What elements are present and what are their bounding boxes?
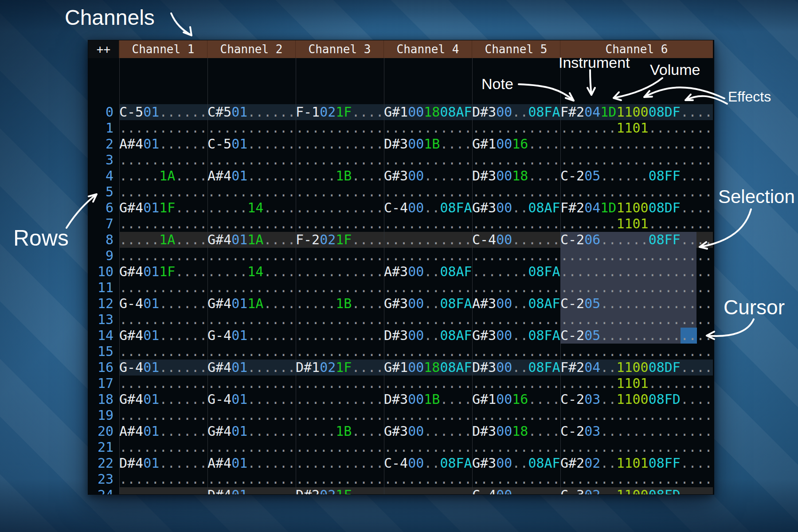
pattern-row-3[interactable]: 3.......................................… <box>88 152 713 168</box>
pattern-cell-ch4[interactable]: G#1001808AF <box>384 104 472 120</box>
pattern-cell-ch6[interactable]: ................... <box>560 264 713 280</box>
pattern-cell-ch1[interactable]: ........... <box>119 487 207 494</box>
pattern-cell-ch4[interactable]: C-400..08FA <box>384 455 472 471</box>
pattern-cell-ch6[interactable]: .......1101........ <box>560 376 713 391</box>
pattern-cell-ch4[interactable]: ........... <box>384 248 472 264</box>
pattern-cell-ch5[interactable]: ........... <box>472 152 560 168</box>
pattern-cell-ch6[interactable]: ................... <box>560 280 713 296</box>
pattern-cell-ch1[interactable]: A#401...... <box>119 136 207 152</box>
pattern-cell-ch3[interactable]: ........... <box>296 455 384 471</box>
pattern-cell-ch2[interactable]: ........... <box>207 344 296 360</box>
pattern-cell-ch1[interactable]: D#401...... <box>119 455 207 471</box>
pattern-cell-ch3[interactable]: ........... <box>296 152 384 168</box>
pattern-cell-ch4[interactable]: ........... <box>384 487 472 494</box>
pattern-row-1[interactable]: 1.......................................… <box>88 120 713 136</box>
pattern-row-23[interactable]: 23......................................… <box>88 471 713 487</box>
pattern-cell-ch2[interactable]: G#401...... <box>207 423 296 439</box>
pattern-row-22[interactable]: 22D#401......A#401.................C-400… <box>88 455 713 471</box>
pattern-cell-ch5[interactable]: D#30018.... <box>472 168 560 184</box>
pattern-cell-ch5[interactable]: ........... <box>472 280 560 296</box>
pattern-cell-ch2[interactable]: ........... <box>207 312 296 328</box>
pattern-cell-ch2[interactable]: ........... <box>207 216 296 232</box>
pattern-cell-ch3[interactable]: ........... <box>296 471 384 487</box>
pattern-cell-ch4[interactable]: D#300..08AF <box>384 328 472 344</box>
pattern-cell-ch5[interactable]: G#300..08FA <box>472 328 560 344</box>
pattern-cell-ch3[interactable]: ........... <box>296 200 384 216</box>
pattern-cell-ch5[interactable]: ........... <box>472 471 560 487</box>
pattern-cell-ch6[interactable]: F#2041D110008DF.... <box>560 104 713 120</box>
pattern-cell-ch4[interactable]: D#3001B.... <box>384 391 472 407</box>
pattern-cell-ch1[interactable]: ........... <box>119 120 207 136</box>
pattern-cell-ch1[interactable]: ........... <box>119 280 207 296</box>
pattern-cell-ch1[interactable]: A#401...... <box>119 423 207 439</box>
pattern-cell-ch4[interactable]: ........... <box>384 471 472 487</box>
pattern-cell-ch4[interactable]: ........... <box>384 184 472 200</box>
pattern-cell-ch3[interactable]: ........... <box>296 120 384 136</box>
channel-header-2[interactable]: Channel 2 <box>207 40 296 58</box>
pattern-cell-ch5[interactable]: G#10016.... <box>472 136 560 152</box>
pattern-cell-ch1[interactable]: G#401...... <box>119 328 207 344</box>
pattern-cell-ch6[interactable]: G#202..110108FF.... <box>560 455 713 471</box>
pattern-cell-ch2[interactable]: ........... <box>207 376 296 391</box>
pattern-cell-ch5[interactable]: ........... <box>472 439 560 455</box>
pattern-cell-ch2[interactable]: .....14.... <box>207 200 296 216</box>
pattern-cell-ch6[interactable]: ................... <box>560 344 713 360</box>
pattern-cell-ch5[interactable]: D#30018.... <box>472 423 560 439</box>
pattern-cell-ch6[interactable]: .......1101........ <box>560 216 713 232</box>
pattern-cell-ch6[interactable]: C-205.............. <box>560 296 713 312</box>
pattern-cell-ch6[interactable]: ................... <box>560 184 713 200</box>
pattern-cell-ch3[interactable]: ........... <box>296 184 384 200</box>
pattern-row-20[interactable]: 20A#401......G#401...........1B....G#300… <box>88 423 713 439</box>
pattern-cell-ch5[interactable]: ........... <box>472 376 560 391</box>
pattern-cell-ch2[interactable]: ........... <box>207 184 296 200</box>
pattern-cell-ch4[interactable]: ........... <box>384 439 472 455</box>
pattern-cell-ch3[interactable]: D#1021F.... <box>296 360 384 376</box>
pattern-cell-ch3[interactable]: ........... <box>296 439 384 455</box>
pattern-row-14[interactable]: 14G#401......G-401.................D#300… <box>88 328 713 344</box>
pattern-row-24[interactable]: 24...........D#401......D#2021F.........… <box>88 487 713 494</box>
pattern-cell-ch1[interactable]: ........... <box>119 216 207 232</box>
pattern-cell-ch2[interactable]: G#4011A.... <box>207 232 296 248</box>
pattern-cell-ch5[interactable]: ........... <box>472 184 560 200</box>
pattern-cell-ch4[interactable]: D#3001B.... <box>384 136 472 152</box>
pattern-cell-ch5[interactable]: ........... <box>472 216 560 232</box>
pattern-cell-ch2[interactable]: D#401...... <box>207 487 296 494</box>
pattern-row-8[interactable]: 8.....1A....G#4011A....F-2021F..........… <box>88 232 713 248</box>
pattern-row-11[interactable]: 11......................................… <box>88 280 713 296</box>
pattern-cell-ch3[interactable]: ........... <box>296 248 384 264</box>
pattern-cell-ch5[interactable]: ........... <box>472 248 560 264</box>
pattern-cell-ch3[interactable]: ........... <box>296 391 384 407</box>
pattern-cell-ch5[interactable]: D#300..08FA <box>472 104 560 120</box>
pattern-cell-ch6[interactable]: C-203..110008FD.... <box>560 391 713 407</box>
pattern-cell-ch5[interactable]: C-400...... <box>472 232 560 248</box>
pattern-cell-ch4[interactable]: ........... <box>384 232 472 248</box>
pattern-cell-ch5[interactable]: ........... <box>472 120 560 136</box>
channel-header-3[interactable]: Channel 3 <box>296 40 384 58</box>
pattern-cell-ch3[interactable]: ........... <box>296 136 384 152</box>
pattern-cell-ch4[interactable]: G#300...... <box>384 423 472 439</box>
pattern-cell-ch2[interactable]: ........... <box>207 439 296 455</box>
pattern-cell-ch6[interactable]: ................... <box>560 439 713 455</box>
pattern-cell-ch2[interactable]: ........... <box>207 120 296 136</box>
pattern-row-12[interactable]: 12G-401......G#4011A.........1B....G#300… <box>88 296 713 312</box>
pattern-row-7[interactable]: 7.......................................… <box>88 216 713 232</box>
pattern-cell-ch6[interactable]: ................... <box>560 407 713 423</box>
pattern-row-19[interactable]: 19......................................… <box>88 407 713 423</box>
pattern-cell-ch3[interactable]: D#2021F.... <box>296 487 384 494</box>
pattern-cell-ch4[interactable]: ........... <box>384 407 472 423</box>
pattern-cell-ch4[interactable]: ........... <box>384 344 472 360</box>
pattern-cell-ch5[interactable]: .......08FA <box>472 264 560 280</box>
pattern-cell-ch3[interactable]: .....1B.... <box>296 296 384 312</box>
pattern-cell-ch6[interactable]: C-205.............. <box>560 328 713 344</box>
pattern-cell-ch5[interactable]: G#300..08AF <box>472 455 560 471</box>
pattern-cell-ch3[interactable]: .....1B.... <box>296 168 384 184</box>
channel-header-5[interactable]: Channel 5 <box>472 40 560 58</box>
pattern-cell-ch1[interactable]: G#4011F.... <box>119 264 207 280</box>
pattern-cell-ch5[interactable]: A#300..08AF <box>472 296 560 312</box>
pattern-cell-ch1[interactable]: ........... <box>119 312 207 328</box>
pattern-cell-ch1[interactable]: .....1A.... <box>119 232 207 248</box>
pattern-cell-ch1[interactable]: ........... <box>119 471 207 487</box>
pattern-row-9[interactable]: 9.......................................… <box>88 248 713 264</box>
pattern-row-0[interactable]: 0C-501......C#501......F-1021F....G#1001… <box>88 104 713 120</box>
pattern-cell-ch3[interactable]: .....1B.... <box>296 423 384 439</box>
